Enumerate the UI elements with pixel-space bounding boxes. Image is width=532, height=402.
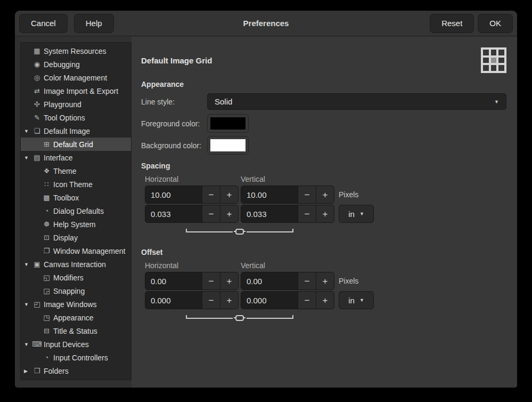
sidebar-item-toolbox[interactable]: ▩Toolbox	[21, 191, 131, 204]
preferences-window: Cancel Help Preferences Reset OK ▦System…	[15, 11, 517, 388]
sidebar-item-input-devices[interactable]: ▼⌨Input Devices	[21, 337, 131, 351]
increment-button[interactable]: +	[220, 186, 238, 203]
offset-unit-dropdown[interactable]: in	[339, 291, 374, 309]
spacing-vertical-unit-spinner: − +	[241, 205, 334, 223]
sidebar-item-color-management[interactable]: ◎Color Management	[21, 71, 131, 84]
offset-horizontal-pixels-spinner: − +	[145, 272, 239, 290]
expander-down-icon[interactable]: ▼	[24, 128, 32, 134]
sidebar-item-tool-options[interactable]: ✎Tool Options	[21, 111, 131, 124]
sidebar-item-label: Tool Options	[44, 114, 85, 122]
sidebar-item-playground[interactable]: ✣Playground	[21, 98, 131, 111]
sidebar-item-debugging[interactable]: ◉Debugging	[21, 58, 131, 71]
foreground-color-button[interactable]	[207, 114, 249, 133]
chevron-down-icon	[359, 298, 364, 303]
sidebar-item-help-system[interactable]: ☸Help System	[21, 218, 131, 231]
spacing-horizontal-pixels-spinner: − +	[145, 186, 239, 204]
increment-button[interactable]: +	[220, 272, 238, 290]
sidebar-item-dialog-defaults[interactable]: ◔Dialog Defaults	[21, 204, 131, 218]
cancel-button[interactable]: Cancel	[19, 14, 68, 33]
lifebuoy-icon: ☸	[42, 220, 52, 228]
spacing-vertical-pixels-input[interactable]	[241, 186, 298, 203]
sidebar-item-default-image[interactable]: ▼❏Default Image	[21, 124, 131, 138]
sidebar-item-label: Modifiers	[53, 274, 84, 282]
decrement-button[interactable]: −	[202, 272, 220, 290]
color-circles-icon: ◎	[32, 74, 42, 82]
spacing-chain-button[interactable]	[235, 229, 244, 235]
line-style-dropdown[interactable]: Solid	[207, 93, 506, 110]
sidebar-item-label: Input Controllers	[53, 353, 108, 362]
sidebar-item-icon-theme[interactable]: ∷Icon Theme	[21, 178, 131, 191]
spacing-horizontal-unit-spinner: − +	[145, 205, 239, 223]
sidebar-item-title-status[interactable]: ⊟Title & Status	[21, 324, 131, 337]
expander-down-icon[interactable]: ▼	[24, 302, 32, 307]
spacing-horizontal-pixels-input[interactable]	[145, 186, 202, 203]
offset-chain-row	[145, 312, 334, 324]
expander-right-icon[interactable]: ▶	[24, 368, 32, 374]
tool-pencil-icon: ✎	[32, 114, 42, 122]
offset-heading: Offset	[141, 248, 506, 256]
help-button[interactable]: Help	[74, 14, 114, 33]
decrement-button[interactable]: −	[202, 292, 220, 309]
sidebar-item-interface[interactable]: ▼▤Interface	[21, 151, 131, 164]
reset-button[interactable]: Reset	[430, 14, 474, 33]
decrement-button[interactable]: −	[202, 186, 220, 203]
decrement-button[interactable]: −	[202, 205, 220, 222]
sidebar-item-label: Color Management	[44, 74, 107, 82]
chain-link-icon	[235, 229, 244, 235]
sidebar-item-label: Appearance	[53, 313, 94, 322]
sidebar-item-label: System Resources	[44, 47, 106, 55]
decrement-button[interactable]: −	[298, 205, 316, 222]
foreground-color-label: Foreground color:	[141, 119, 207, 128]
sidebar-item-label: Default Image	[44, 127, 90, 135]
offset-horizontal-unit-input[interactable]	[145, 292, 202, 309]
background-color-button[interactable]	[207, 136, 249, 155]
decrement-button[interactable]: −	[298, 272, 316, 290]
sidebar-item-canvas-interaction[interactable]: ▼▣Canvas Interaction	[21, 258, 131, 271]
import-export-icon: ⇄	[32, 87, 42, 95]
sidebar-item-label: Input Devices	[44, 340, 89, 349]
folders-icon: ❒	[32, 367, 42, 375]
ok-button[interactable]: OK	[478, 14, 513, 33]
increment-button[interactable]: +	[316, 272, 334, 290]
offset-horizontal-pixels-input[interactable]	[145, 272, 202, 290]
decrement-button[interactable]: −	[298, 292, 316, 309]
sidebar-item-system-resources[interactable]: ▦System Resources	[21, 44, 131, 58]
sidebar-item-display[interactable]: ⊡Display	[21, 231, 131, 244]
chip-icon: ▦	[32, 47, 42, 55]
sidebar-item-modifiers[interactable]: ◱Modifiers	[21, 271, 131, 284]
increment-button[interactable]: +	[220, 205, 238, 222]
chain-link-icon	[235, 315, 244, 321]
sidebar-item-window-management[interactable]: ❐Window Management	[21, 244, 131, 258]
title-status-icon: ⊟	[42, 327, 52, 335]
expander-down-icon[interactable]: ▼	[24, 155, 32, 160]
increment-button[interactable]: +	[316, 292, 334, 309]
spacing-vertical-unit-input[interactable]	[241, 205, 298, 222]
sidebar-item-theme[interactable]: ❖Theme	[21, 164, 131, 178]
sidebar-item-label: Playground	[44, 100, 81, 109]
offset-vertical-pixels-input[interactable]	[241, 272, 298, 290]
expander-down-icon[interactable]: ▼	[24, 262, 32, 267]
spacing-unit-dropdown[interactable]: in	[339, 205, 374, 223]
sidebar-item-image-windows[interactable]: ▼◰Image Windows	[21, 298, 131, 311]
sidebar-item-image-import-export[interactable]: ⇄Image Import & Export	[21, 84, 131, 98]
expander-down-icon[interactable]: ▼	[24, 342, 32, 347]
sidebar-item-input-controllers[interactable]: ◔Input Controllers	[21, 351, 131, 364]
increment-button[interactable]: +	[316, 205, 334, 222]
sidebar-item-snapping[interactable]: ◲Snapping	[21, 284, 131, 298]
sidebar-item-label: Debugging	[44, 60, 80, 69]
spacing-horizontal-unit-input[interactable]	[145, 205, 202, 222]
offset-vertical-unit-input[interactable]	[241, 292, 298, 309]
increment-button[interactable]: +	[316, 186, 334, 203]
decrement-button[interactable]: −	[298, 186, 316, 203]
sidebar-item-label: Display	[53, 234, 78, 242]
offset-chain-button[interactable]	[235, 315, 244, 321]
propeller-icon: ✣	[32, 100, 42, 108]
wilber-icon: ◉	[32, 60, 42, 68]
line-style-value: Solid	[215, 97, 232, 106]
sidebar-item-default-grid[interactable]: ⊞Default Grid	[21, 138, 131, 151]
sidebar-item-appearance[interactable]: ◳Appearance	[21, 311, 131, 324]
increment-button[interactable]: +	[220, 292, 238, 309]
sidebar-item-folders[interactable]: ▶❒Folders	[21, 364, 131, 377]
sidebar-item-label: Canvas Interaction	[44, 260, 106, 269]
background-swatch-fill	[210, 139, 245, 151]
